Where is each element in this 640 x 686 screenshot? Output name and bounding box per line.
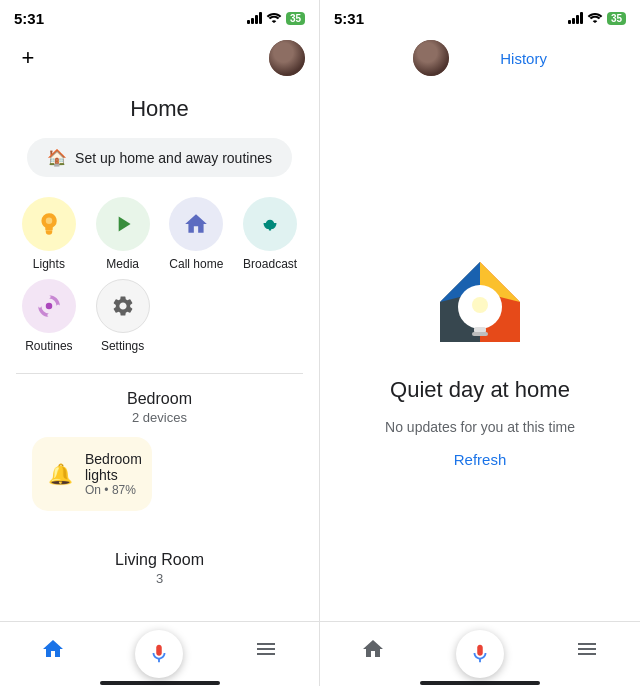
grid-item-lights[interactable]: Lights	[16, 197, 82, 271]
call-home-icon-circle	[169, 197, 223, 251]
header-right: History	[320, 36, 640, 84]
status-bar-right: 5:31 35	[320, 0, 640, 36]
lights-icon-circle	[22, 197, 76, 251]
svg-point-10	[472, 297, 488, 313]
signal-icon-right	[568, 12, 583, 24]
lights-label: Lights	[33, 257, 65, 271]
wifi-icon	[266, 11, 282, 26]
settings-label: Settings	[101, 339, 144, 353]
right-main-content: Quiet day at home No updates for you at …	[320, 84, 640, 621]
broadcast-icon-circle	[243, 197, 297, 251]
bedroom-lights-status: On • 87%	[85, 483, 142, 497]
battery-left: 35	[286, 12, 305, 25]
mic-icon-left	[148, 643, 170, 665]
nav-home-right[interactable]	[320, 637, 427, 667]
section-divider	[16, 373, 303, 374]
svg-rect-9	[472, 332, 488, 336]
living-room-section: Living Room 3	[0, 519, 319, 586]
routine-banner-text: Set up home and away routines	[75, 150, 272, 166]
history-link[interactable]: History	[500, 50, 547, 67]
battery-right: 35	[607, 12, 626, 25]
routines-label: Routines	[25, 339, 72, 353]
living-room-count: 3	[0, 571, 319, 586]
grid-item-call-home[interactable]: Call home	[164, 197, 230, 271]
call-home-label: Call home	[169, 257, 223, 271]
status-icons-right: 35	[568, 11, 626, 26]
bedroom-count: 2 devices	[0, 410, 319, 425]
status-icons-left: 35	[247, 11, 305, 26]
grid-item-media[interactable]: Media	[90, 197, 156, 271]
grid-placeholder-1	[164, 279, 230, 353]
nav-list-right[interactable]	[533, 637, 640, 667]
right-panel: 5:31 35 History	[320, 0, 640, 686]
home-indicator-left	[0, 681, 319, 686]
svg-marker-1	[118, 216, 130, 231]
svg-point-0	[46, 218, 53, 225]
grid-placeholder-2	[237, 279, 303, 353]
signal-icon	[247, 12, 262, 24]
page-title: Home	[0, 84, 319, 138]
media-label: Media	[106, 257, 139, 271]
main-content-left: Home 🏠 Set up home and away routines Lig…	[0, 84, 319, 621]
quiet-home-svg	[420, 237, 540, 357]
grid-item-broadcast[interactable]: Broadcast	[237, 197, 303, 271]
bottom-nav-right	[320, 621, 640, 681]
home-indicator-right	[320, 681, 640, 686]
time-left: 5:31	[14, 10, 44, 27]
routine-banner[interactable]: 🏠 Set up home and away routines	[27, 138, 292, 177]
media-icon-circle	[96, 197, 150, 251]
quiet-subtitle: No updates for you at this time	[385, 419, 575, 435]
home-nav-icon-left	[41, 637, 65, 667]
home-illustration	[420, 237, 540, 361]
grid-item-settings[interactable]: Settings	[90, 279, 156, 353]
nav-list-left[interactable]	[213, 637, 319, 667]
add-button[interactable]: +	[14, 45, 42, 71]
routines-icon-circle	[22, 279, 76, 333]
header-left: +	[0, 36, 319, 84]
status-bar-left: 5:31 35	[0, 0, 319, 36]
bottom-nav-left	[0, 621, 319, 681]
left-panel: 5:31 35 + Home 🏠 Set up home and away ro…	[0, 0, 320, 686]
home-nav-icon-right	[361, 637, 385, 667]
bedroom-lights-icon: 🔔	[48, 462, 73, 486]
wifi-icon-right	[587, 11, 603, 26]
bedroom-title: Bedroom	[0, 390, 319, 410]
list-nav-icon-right	[575, 637, 599, 667]
settings-icon-circle	[96, 279, 150, 333]
nav-home-left[interactable]	[0, 637, 106, 667]
avatar-right[interactable]	[413, 40, 449, 76]
avatar-left[interactable]	[269, 40, 305, 76]
quiet-title: Quiet day at home	[390, 377, 570, 403]
icon-grid-row1: Lights Media Call home Bro	[0, 197, 319, 271]
mic-icon-right	[469, 643, 491, 665]
mic-fab-left[interactable]	[135, 630, 183, 678]
mic-fab-right[interactable]	[456, 630, 504, 678]
bedroom-lights-name: Bedroom lights	[85, 451, 142, 483]
broadcast-label: Broadcast	[243, 257, 297, 271]
icon-grid-row2: Routines Settings	[0, 279, 319, 353]
living-room-title: Living Room	[0, 551, 319, 571]
svg-point-2	[46, 303, 53, 310]
routine-banner-icon: 🏠	[47, 148, 67, 167]
bedroom-lights-card[interactable]: 🔔 Bedroom lights On • 87%	[32, 437, 152, 511]
grid-item-routines[interactable]: Routines	[16, 279, 82, 353]
list-nav-icon-left	[254, 637, 278, 667]
refresh-button[interactable]: Refresh	[454, 451, 507, 468]
time-right: 5:31	[334, 10, 364, 27]
